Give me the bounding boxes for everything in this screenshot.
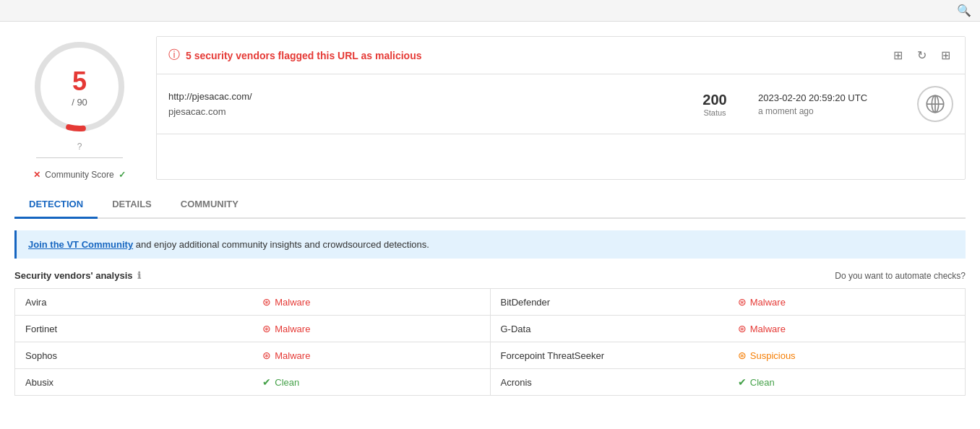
cs-x-icon: ✕ <box>33 170 40 180</box>
clean-icon: ✔ <box>262 376 271 388</box>
url-details: http://pjesacac.com/ pjesacac.com <box>168 91 671 117</box>
gauge-score: 5 <box>72 66 87 97</box>
vendor-verdict: ⊛Suspicious <box>728 342 966 369</box>
clean-icon: ✔ <box>738 376 747 388</box>
vendor-verdict: ✔Clean <box>728 369 966 396</box>
date-relative: a moment ago <box>758 106 903 116</box>
vendor-verdict: ⊛Malware <box>252 289 490 316</box>
tabs: DETECTION DETAILS COMMUNITY <box>14 191 966 219</box>
table-row: Fortinet⊛MalwareG-Data⊛Malware <box>15 316 966 342</box>
verdict-label: Clean <box>750 377 775 388</box>
vendor-name: Forcepoint ThreatSeeker <box>490 342 728 369</box>
url-info: http://pjesacac.com/ pjesacac.com 200 St… <box>157 74 965 134</box>
community-banner: Join the VT Community and enjoy addition… <box>14 230 966 259</box>
alert-left: ⓘ 5 security vendors flagged this URL as… <box>168 48 422 63</box>
top-bar: 🔍 <box>0 0 980 22</box>
malware-icon: ⊛ <box>262 323 271 334</box>
vendor-name: Acronis <box>490 369 728 396</box>
malware-icon: ⊛ <box>262 350 271 361</box>
alert-header: ⓘ 5 security vendors flagged this URL as… <box>157 37 965 74</box>
refresh-button[interactable]: ↻ <box>914 47 929 64</box>
tab-community[interactable]: COMMUNITY <box>166 191 253 219</box>
vendors-section: Security vendors' analysis ℹ Do you want… <box>14 270 966 396</box>
verdict-label: Suspicious <box>750 350 796 361</box>
url-main: http://pjesacac.com/ <box>168 91 671 102</box>
alert-text: 5 security vendors flagged this URL as m… <box>186 50 422 61</box>
vendor-name: Fortinet <box>15 316 253 342</box>
gauge-question: ? <box>77 142 82 152</box>
alert-actions: ⊞ ↻ ⊞ <box>890 47 953 64</box>
url-status: 200 Status <box>686 92 744 117</box>
table-row: Avira⊛MalwareBitDefender⊛Malware <box>15 289 966 316</box>
table-row: Sophos⊛MalwareForcepoint ThreatSeeker⊛Su… <box>15 342 966 369</box>
verdict-label: Malware <box>750 297 786 308</box>
malware-icon: ⊛ <box>738 296 747 308</box>
globe-icon <box>917 86 953 122</box>
search-icon[interactable]: 🔍 <box>957 4 971 17</box>
suspicious-icon: ⊛ <box>738 350 747 361</box>
automate-text: Do you want to automate checks? <box>835 271 966 281</box>
vendor-verdict: ⊛Malware <box>728 316 966 342</box>
status-label: Status <box>686 108 744 117</box>
malware-icon: ⊛ <box>738 323 747 334</box>
community-score-row: ✕ Community Score ✓ <box>33 170 125 180</box>
vendor-name: BitDefender <box>490 289 728 316</box>
vendor-verdict: ✔Clean <box>252 369 490 396</box>
verdict-label: Clean <box>275 377 299 388</box>
url-date: 2023-02-20 20:59:20 UTC a moment ago <box>758 92 903 116</box>
info-icon[interactable]: ℹ <box>137 270 141 281</box>
vendor-name: G-Data <box>490 316 728 342</box>
vendors-table: Avira⊛MalwareBitDefender⊛MalwareFortinet… <box>14 288 966 396</box>
vendor-name: Avira <box>15 289 253 316</box>
gauge-text: 5 / 90 <box>72 66 87 108</box>
verdict-label: Malware <box>275 350 310 361</box>
verdict-label: Malware <box>750 324 786 334</box>
verdict-label: Malware <box>275 324 310 334</box>
alert-circle-icon: ⓘ <box>168 48 180 63</box>
vendor-name: Abusix <box>15 369 253 396</box>
table-row: Abusix✔CleanAcronis✔Clean <box>15 369 966 396</box>
vendor-verdict: ⊛Malware <box>252 316 490 342</box>
date-main: 2023-02-20 20:59:20 UTC <box>758 92 903 103</box>
vendor-verdict: ⊛Malware <box>252 342 490 369</box>
community-banner-text: and enjoy additional community insights … <box>133 239 429 250</box>
share-button[interactable]: ⊞ <box>890 47 906 64</box>
verdict-label: Malware <box>275 297 310 308</box>
vendors-title-text: Security vendors' analysis <box>14 270 133 281</box>
gauge-total: / 90 <box>72 97 87 108</box>
cs-check-icon: ✓ <box>119 170 126 180</box>
score-gauge: 5 / 90 <box>29 36 130 137</box>
tab-details[interactable]: DETAILS <box>98 191 166 219</box>
vendor-name: Sophos <box>15 342 253 369</box>
tab-detection[interactable]: DETECTION <box>14 191 98 219</box>
status-code: 200 <box>686 92 744 108</box>
main-container: 5 / 90 ? ✕ Community Score ✓ ⓘ 5 securit… <box>0 22 980 180</box>
url-domain: pjesacac.com <box>168 106 671 117</box>
qr-button[interactable]: ⊞ <box>938 47 953 64</box>
community-score-label: Community Score <box>45 170 113 180</box>
vendor-verdict: ⊛Malware <box>728 289 966 316</box>
vendors-header: Security vendors' analysis ℹ Do you want… <box>14 270 966 281</box>
malware-icon: ⊛ <box>262 296 271 308</box>
content-area: DETECTION DETAILS COMMUNITY Join the VT … <box>0 191 980 396</box>
vendors-title: Security vendors' analysis ℹ <box>14 270 141 281</box>
right-panel: ⓘ 5 security vendors flagged this URL as… <box>156 36 966 180</box>
community-link[interactable]: Join the VT Community <box>28 239 133 250</box>
left-panel: 5 / 90 ? ✕ Community Score ✓ <box>14 36 145 180</box>
